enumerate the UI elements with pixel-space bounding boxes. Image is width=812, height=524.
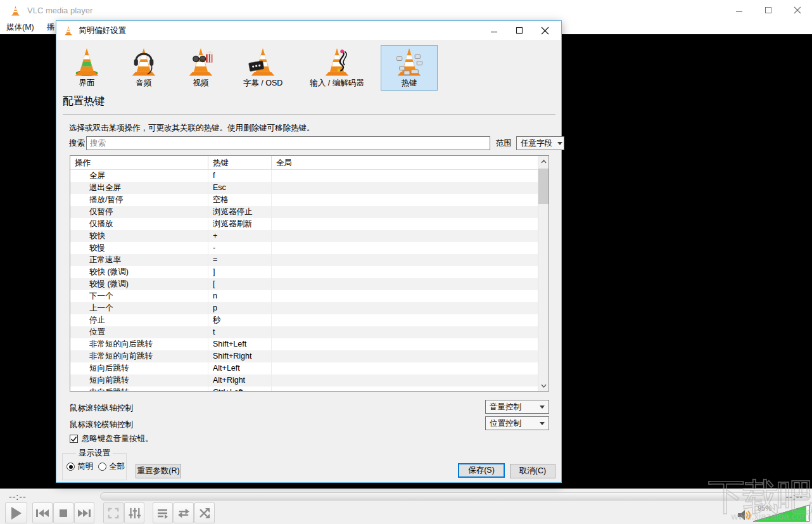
tab-interface[interactable]: 界面 bbox=[61, 45, 112, 91]
search-input[interactable] bbox=[86, 136, 490, 150]
tab-audio[interactable]: 音频 bbox=[118, 45, 169, 91]
minimize-icon bbox=[490, 27, 498, 34]
subtitles-cone-icon bbox=[247, 46, 279, 77]
table-row[interactable]: 中向后跳转Ctrl+Left bbox=[70, 387, 538, 391]
table-row[interactable]: 非常短的向前跳转Shift+Right bbox=[70, 350, 538, 362]
close-button[interactable] bbox=[783, 0, 812, 20]
tab-hotkeys[interactable]: 热键 bbox=[381, 45, 438, 91]
row-global bbox=[272, 278, 538, 290]
table-row[interactable]: 短向前跳转Alt+Right bbox=[70, 374, 538, 387]
next-button[interactable] bbox=[74, 502, 94, 523]
random-button[interactable] bbox=[194, 502, 215, 523]
row-action: 非常短的向后跳转 bbox=[70, 338, 208, 350]
previous-button[interactable] bbox=[32, 502, 53, 523]
row-hotkey: f bbox=[208, 170, 272, 182]
tab-subtitles-osd[interactable]: 字幕 / OSD bbox=[232, 45, 293, 91]
table-row[interactable]: 较快 (微调)] bbox=[70, 266, 538, 278]
loop-button[interactable] bbox=[174, 502, 194, 523]
playlist-button[interactable] bbox=[153, 502, 173, 523]
table-row[interactable]: 仅暂停浏览器停止 bbox=[70, 206, 538, 218]
row-hotkey: Alt+Right bbox=[208, 374, 272, 387]
search-row: 搜索 范围 任意字段 bbox=[69, 136, 550, 150]
scope-dropdown[interactable]: 任意字段 bbox=[516, 136, 564, 150]
table-row[interactable]: 较快+ bbox=[70, 230, 538, 242]
table-row[interactable]: 非常短的向后跳转Shift+Left bbox=[70, 338, 538, 350]
column-header-global[interactable]: 全局 bbox=[272, 156, 538, 170]
column-header-action[interactable]: 操作 bbox=[70, 156, 208, 170]
minimize-button[interactable] bbox=[725, 0, 754, 20]
table-row[interactable]: 停止秒 bbox=[70, 314, 538, 326]
table-header: 操作 热键 全局 bbox=[70, 156, 538, 170]
tab-label: 字幕 / OSD bbox=[243, 78, 283, 89]
row-global bbox=[272, 230, 538, 242]
column-header-hotkey[interactable]: 热键 bbox=[208, 156, 272, 170]
hotkeys-cone-icon bbox=[393, 46, 425, 77]
window-title: VLC media player bbox=[27, 6, 92, 15]
tab-label: 视频 bbox=[193, 78, 209, 89]
search-label: 搜索 bbox=[69, 138, 85, 149]
row-global bbox=[272, 242, 538, 254]
dialog-titlebar: 简明偏好设置 bbox=[56, 21, 561, 40]
tab-video[interactable]: 视频 bbox=[175, 45, 226, 91]
dialog-maximize-button[interactable] bbox=[507, 21, 532, 40]
tab-input-codecs[interactable]: 输入 / 编解码器 bbox=[300, 45, 374, 91]
row-hotkey: + bbox=[208, 230, 272, 242]
radio-simple[interactable] bbox=[67, 463, 75, 471]
table-row[interactable]: 播放/暂停空格 bbox=[70, 194, 538, 206]
audio-cone-icon bbox=[128, 46, 160, 77]
dialog-close-button[interactable] bbox=[532, 21, 557, 40]
close-icon bbox=[541, 27, 549, 35]
row-hotkey: 秒 bbox=[208, 314, 272, 326]
save-button[interactable]: 保存(S) bbox=[458, 463, 505, 478]
time-total: --:-- bbox=[785, 492, 803, 502]
scroll-down-icon[interactable] bbox=[538, 380, 549, 391]
scope-value: 任意字段 bbox=[521, 138, 552, 149]
play-button[interactable] bbox=[5, 502, 27, 523]
row-hotkey: 空格 bbox=[208, 194, 272, 206]
scrollbar-thumb[interactable] bbox=[538, 169, 549, 204]
table-row[interactable]: 仅播放浏览器刷新 bbox=[70, 218, 538, 230]
play-icon bbox=[10, 506, 23, 520]
menu-media[interactable]: 媒体(M) bbox=[0, 20, 41, 34]
video-cone-icon bbox=[185, 46, 217, 77]
row-hotkey: Shift+Left bbox=[208, 338, 272, 350]
wheel-vertical-label: 鼠标滚轮纵轴控制 bbox=[70, 403, 133, 414]
cancel-button[interactable]: 取消(C) bbox=[510, 464, 555, 478]
input-codecs-cone-icon bbox=[321, 46, 353, 77]
stop-button[interactable] bbox=[53, 502, 73, 523]
table-row[interactable]: 退出全屏Esc bbox=[70, 182, 538, 194]
table-row[interactable]: 位置t bbox=[70, 326, 538, 338]
table-row[interactable]: 正常速率= bbox=[70, 254, 538, 266]
row-hotkey: Alt+Left bbox=[208, 362, 272, 374]
row-global bbox=[272, 374, 538, 387]
table-row[interactable]: 下一个n bbox=[70, 290, 538, 302]
radio-all[interactable] bbox=[98, 463, 106, 471]
row-global bbox=[272, 326, 538, 338]
extended-settings-button[interactable] bbox=[124, 502, 144, 523]
row-hotkey: Ctrl+Left bbox=[208, 387, 272, 391]
tab-label: 输入 / 编解码器 bbox=[310, 78, 364, 89]
ignore-volume-checkbox[interactable]: 忽略键盘音量按钮。 bbox=[70, 433, 153, 444]
scroll-up-icon[interactable] bbox=[538, 156, 549, 167]
row-global bbox=[272, 362, 538, 374]
scope-label: 范围 bbox=[496, 138, 512, 149]
shuffle-icon bbox=[199, 508, 210, 519]
vertical-scrollbar[interactable] bbox=[538, 156, 549, 391]
table-row[interactable]: 较慢 (微调)[ bbox=[70, 278, 538, 290]
maximize-button[interactable] bbox=[754, 0, 783, 20]
reset-preferences-button[interactable]: 重置参数(R) bbox=[136, 464, 181, 478]
table-row[interactable]: 短向后跳转Alt+Left bbox=[70, 362, 538, 374]
table-row[interactable]: 上一个p bbox=[70, 302, 538, 314]
fullscreen-button[interactable] bbox=[103, 502, 124, 523]
table-row[interactable]: 全屏f bbox=[70, 170, 538, 182]
row-global bbox=[272, 182, 538, 194]
seek-slider[interactable] bbox=[100, 492, 811, 501]
volume-slider[interactable] bbox=[752, 503, 811, 523]
wheel-horizontal-dropdown[interactable]: 位置控制 bbox=[485, 416, 549, 430]
dialog-title: 简明偏好设置 bbox=[79, 25, 126, 36]
dialog-minimize-button[interactable] bbox=[481, 21, 507, 40]
row-action: 较快 (微调) bbox=[70, 266, 208, 278]
interface-cone-icon bbox=[71, 46, 103, 77]
table-row[interactable]: 较慢- bbox=[70, 242, 538, 254]
wheel-vertical-dropdown[interactable]: 音量控制 bbox=[485, 400, 549, 414]
